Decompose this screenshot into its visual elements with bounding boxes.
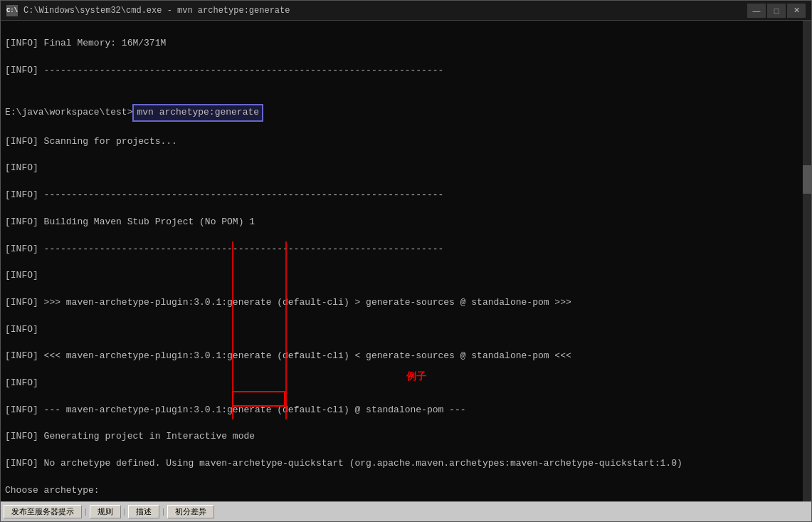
bottom-diff-button[interactable]: 初分差异 xyxy=(167,505,214,518)
bottom-rules-button[interactable]: 规则 xyxy=(90,505,121,518)
terminal-prompt-line: E:\java\workspace\test>mvn archetype:gen… xyxy=(5,104,807,122)
separator2: | xyxy=(122,508,127,516)
terminal-line: [INFO] No archetype defined. Using maven… xyxy=(5,457,807,471)
minimize-button[interactable]: — xyxy=(747,4,766,18)
close-button[interactable]: ✕ xyxy=(787,4,806,18)
bottom-publish-button[interactable]: 发布至服务器提示 xyxy=(4,505,82,518)
cmd-icon: C:\ xyxy=(6,5,18,16)
separator1: | xyxy=(83,508,88,516)
terminal-content: [INFO] Final Memory: 16M/371M [INFO] ---… xyxy=(5,24,807,501)
annotation-label: 例子 xyxy=(406,370,426,384)
terminal-line: [INFO] ---------------------------------… xyxy=(5,243,807,256)
terminal-line: [INFO] Final Memory: 16M/371M xyxy=(5,37,807,51)
terminal-scrollbar[interactable] xyxy=(803,21,811,501)
window-controls: — □ ✕ xyxy=(747,4,806,18)
terminal-line: [INFO] Scanning for projects... xyxy=(5,135,807,149)
terminal-line: [INFO] >>> maven-archetype-plugin:3.0.1:… xyxy=(5,296,807,310)
scrollbar-thumb[interactable] xyxy=(803,165,811,194)
separator3: | xyxy=(161,508,166,516)
bottom-desc-button[interactable]: 描述 xyxy=(128,505,159,518)
terminal-line: [INFO] --- maven-archetype-plugin:3.0.1:… xyxy=(5,404,807,417)
title-bar-left: C:\ C:\Windows\system32\cmd.exe - mvn ar… xyxy=(6,5,290,16)
terminal-line: [INFO] Generating project in Interactive… xyxy=(5,430,807,444)
terminal-line: [INFO] ---------------------------------… xyxy=(5,189,807,202)
cmd-window: C:\ C:\Windows\system32\cmd.exe - mvn ar… xyxy=(0,0,812,522)
terminal-line: [INFO] ---------------------------------… xyxy=(5,64,807,78)
terminal-line: [INFO] xyxy=(5,162,807,175)
terminal-line: [INFO] <<< maven-archetype-plugin:3.0.1:… xyxy=(5,350,807,363)
terminal-body: [INFO] Final Memory: 16M/371M [INFO] ---… xyxy=(1,21,811,501)
terminal-line: [INFO] xyxy=(5,269,807,283)
bottom-bar: 发布至服务器提示 | 规则 | 描述 | 初分差异 xyxy=(1,501,811,521)
maximize-button[interactable]: □ xyxy=(767,4,786,18)
terminal-line: [INFO] Building Maven Stub Project (No P… xyxy=(5,216,807,229)
terminal-choose-line: Choose archetype: xyxy=(5,484,807,498)
terminal-line: [INFO] xyxy=(5,323,807,337)
window-title: C:\Windows\system32\cmd.exe - mvn archet… xyxy=(23,6,290,16)
title-bar: C:\ C:\Windows\system32\cmd.exe - mvn ar… xyxy=(1,1,811,21)
